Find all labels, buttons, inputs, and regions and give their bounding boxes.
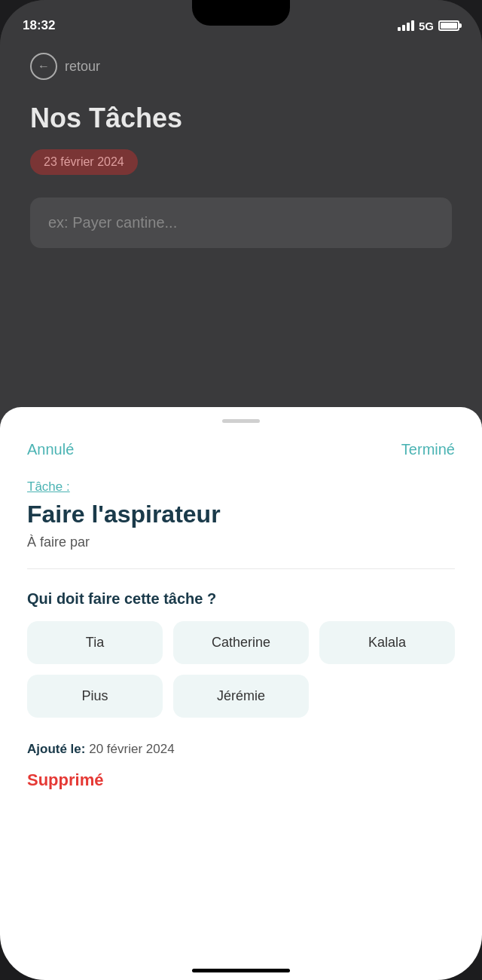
assignees-row1: Tia Catherine Kalala xyxy=(27,621,455,664)
date-badge: 23 février 2024 xyxy=(30,149,138,175)
assignee-pius[interactable]: Pius xyxy=(27,675,163,718)
cancel-button[interactable]: Annulé xyxy=(27,441,74,458)
back-arrow-icon: ← xyxy=(30,53,57,80)
notch xyxy=(192,0,290,26)
phone-frame: 18:32 5G ← retour Nos Tâches 23 février … xyxy=(0,0,482,980)
tache-label: Tâche : xyxy=(27,479,455,495)
background-content: ← retour Nos Tâches 23 février 2024 ex: … xyxy=(0,0,482,452)
added-date-value: 20 février 2024 xyxy=(89,742,174,756)
network-label: 5G xyxy=(419,20,434,32)
assignee-kalala[interactable]: Kalala xyxy=(319,621,455,664)
assignee-jeremie[interactable]: Jérémie xyxy=(173,675,309,718)
assignee-empty xyxy=(319,675,455,718)
added-date: Ajouté le: 20 février 2024 xyxy=(27,742,455,757)
sheet-actions: Annulé Terminé xyxy=(27,441,455,458)
page-title: Nos Tâches xyxy=(30,103,452,134)
task-input-placeholder: ex: Payer cantine... xyxy=(30,198,452,248)
sheet-handle xyxy=(222,419,260,423)
battery-icon xyxy=(438,20,459,31)
assignee-catherine[interactable]: Catherine xyxy=(173,621,309,664)
added-date-label: Ajouté le: xyxy=(27,742,85,756)
status-icons: 5G xyxy=(398,20,459,32)
status-time: 18:32 xyxy=(23,18,55,33)
divider xyxy=(27,568,455,569)
back-button[interactable]: ← retour xyxy=(30,53,452,80)
delete-label[interactable]: Supprimé xyxy=(27,770,455,790)
who-label: Qui doit faire cette tâche ? xyxy=(27,590,455,608)
tache-title: Faire l'aspirateur xyxy=(27,501,455,528)
battery-fill xyxy=(441,23,457,29)
back-label: retour xyxy=(65,59,100,75)
assignees-row2: Pius Jérémie xyxy=(27,675,455,718)
signal-bars-icon xyxy=(398,20,414,31)
done-button[interactable]: Terminé xyxy=(401,441,455,458)
assignee-tia[interactable]: Tia xyxy=(27,621,163,664)
tache-subtitle: À faire par xyxy=(27,534,455,550)
bottom-sheet: Annulé Terminé Tâche : Faire l'aspirateu… xyxy=(0,407,482,980)
home-indicator xyxy=(192,969,290,972)
